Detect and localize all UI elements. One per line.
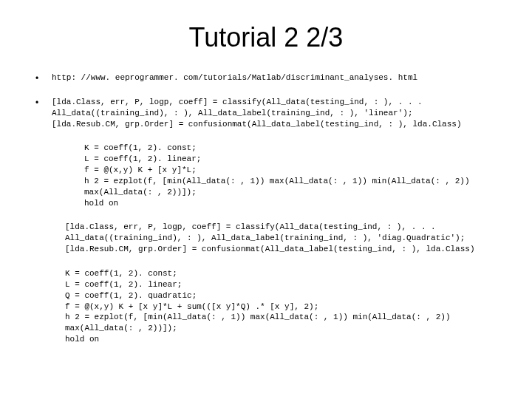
bullet-code-linear: [lda.Class, err, P, logp, coeff] = class… (33, 97, 499, 130)
bullet-list: http: //www. eeprogrammer. com/tutorials… (33, 72, 499, 129)
bullet-url: http: //www. eeprogrammer. com/tutorials… (33, 72, 499, 83)
code-block-linear-plot: K = coeff(1, 2). const; L = coeff(1, 2).… (84, 143, 499, 208)
slide-title: Tutorial 2 2/3 (33, 22, 499, 53)
code-block-quadratic-plot: K = coeff(1, 2). const; L = coeff(1, 2).… (65, 268, 499, 345)
slide: Tutorial 2 2/3 http: //www. eeprogrammer… (0, 0, 532, 399)
code-block-quadratic: [lda.Class, err, P, logp, coeff] = class… (65, 222, 499, 255)
